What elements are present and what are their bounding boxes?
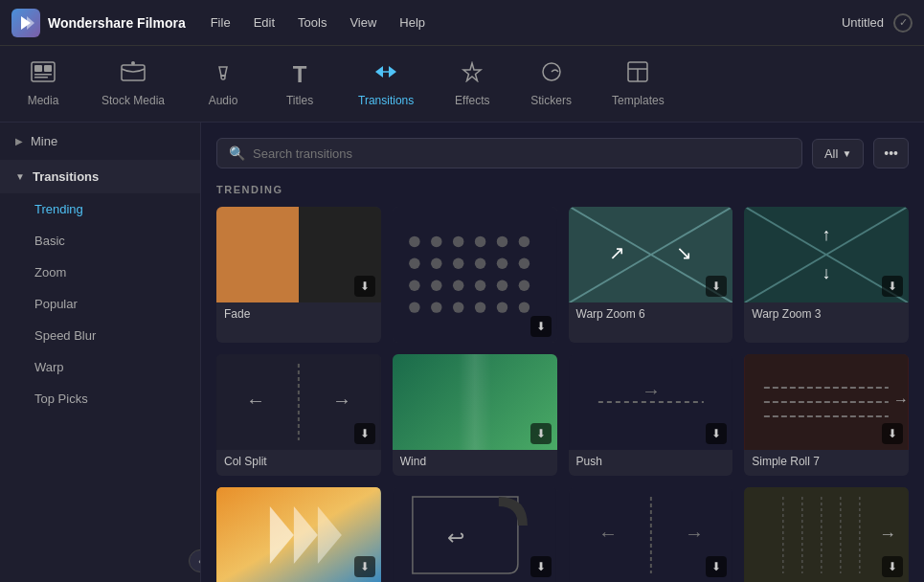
sidebar-item-top-picks[interactable]: Top Picks xyxy=(0,383,200,414)
svg-point-30 xyxy=(431,280,441,290)
transition-card-linear-14[interactable]: ⬇ Linear 14 xyxy=(216,487,381,583)
more-dots-icon: ••• xyxy=(884,146,898,161)
sidebar-item-trending[interactable]: Trending xyxy=(0,193,200,225)
top-right: Untitled ✓ xyxy=(842,13,913,33)
transition-label-wind: Wind xyxy=(393,450,557,476)
download-dissolve-button[interactable]: ⬇ xyxy=(530,316,552,337)
sidebar: ▶ Mine ▼ Transitions Trending Basic Zoom… xyxy=(0,123,201,582)
sidebar-item-top-picks-label: Top Picks xyxy=(34,392,88,406)
menu-help[interactable]: Help xyxy=(397,11,427,34)
search-input[interactable] xyxy=(253,146,790,161)
transition-thumb-simple-roll-7: → ⬇ xyxy=(744,354,909,450)
effects-icon xyxy=(460,61,485,88)
svg-text:→: → xyxy=(332,390,351,411)
sidebar-item-popular-label: Popular xyxy=(34,297,78,311)
transition-card-simple-roll-7[interactable]: → ⬇ Simple Roll 7 xyxy=(744,354,909,476)
svg-marker-1 xyxy=(27,16,34,30)
menu-tools[interactable]: Tools xyxy=(296,11,328,34)
download-fade-button[interactable]: ⬇ xyxy=(354,276,375,297)
transition-thumb-wind: ⬇ xyxy=(393,354,557,450)
tab-audio[interactable]: Audio xyxy=(190,52,257,117)
svg-point-31 xyxy=(453,280,463,290)
download-simpleroll7-button[interactable]: ⬇ xyxy=(882,423,903,444)
svg-point-25 xyxy=(453,258,463,269)
transition-card-wind[interactable]: ⬇ Wind xyxy=(393,354,557,476)
sidebar-transitions-group[interactable]: ▼ Transitions xyxy=(0,160,200,193)
sidebar-item-zoom[interactable]: Zoom xyxy=(0,257,200,288)
transition-thumb-warp-zoom-6: ↗ ↘ ⬇ xyxy=(569,207,733,302)
download-pagecurl-button[interactable]: ⬇ xyxy=(530,556,552,577)
transition-thumb-warp-zoom-3: ↑ ↓ ⬇ xyxy=(744,207,909,302)
svg-point-38 xyxy=(475,302,485,312)
top-bar: Wondershare Filmora File Edit Tools View… xyxy=(0,0,924,46)
download-warpzoom3-button[interactable]: ⬇ xyxy=(882,276,903,297)
transition-card-warp-zoom-3[interactable]: ↑ ↓ ⬇ Warp Zoom 3 xyxy=(744,207,909,343)
transition-label-push: Push xyxy=(569,450,733,476)
svg-text:→: → xyxy=(684,523,703,544)
menu-file[interactable]: File xyxy=(209,11,233,34)
svg-text:→: → xyxy=(641,380,660,401)
transition-card-erase[interactable]: → ⬇ Erase xyxy=(744,487,909,583)
sidebar-collapse-button[interactable]: ‹ xyxy=(189,549,201,572)
svg-text:↘: ↘ xyxy=(676,242,692,263)
transition-label-simple-roll-7: Simple Roll 7 xyxy=(744,450,909,476)
transition-card-col-split[interactable]: ← → ⬇ Col Split xyxy=(216,354,381,476)
sidebar-item-popular[interactable]: Popular xyxy=(0,288,200,320)
transition-card-dissolve[interactable]: ⬇ Dissolve xyxy=(393,207,557,343)
svg-text:→: → xyxy=(893,392,909,408)
download-warpzoom6-button[interactable]: ⬇ xyxy=(706,276,727,297)
search-bar: 🔍 All ▼ ••• xyxy=(216,138,909,168)
search-input-wrapper[interactable]: 🔍 xyxy=(216,138,802,168)
more-options-button[interactable]: ••• xyxy=(873,138,909,168)
app-logo-icon xyxy=(11,9,40,37)
transition-thumb-erase: → ⬇ xyxy=(744,487,909,583)
svg-rect-6 xyxy=(34,77,48,78)
menu-edit[interactable]: Edit xyxy=(252,11,277,34)
svg-point-36 xyxy=(431,302,441,312)
tab-stock-media[interactable]: Stock Media xyxy=(86,52,180,117)
transition-thumb-page-curl: ↩ ⬇ xyxy=(393,487,557,583)
transition-card-erase-slide[interactable]: ← → ⬇ Erase Slide xyxy=(569,487,733,583)
download-colsplit-button[interactable]: ⬇ xyxy=(354,423,375,444)
tab-titles[interactable]: T Titles xyxy=(266,52,333,117)
download-erase-button[interactable]: ⬇ xyxy=(882,556,903,577)
filter-label: All xyxy=(824,146,838,161)
svg-point-37 xyxy=(453,302,463,312)
svg-point-17 xyxy=(409,236,419,247)
svg-rect-7 xyxy=(122,65,145,80)
sidebar-mine-section[interactable]: ▶ Mine xyxy=(0,123,200,160)
tab-media-label: Media xyxy=(28,94,59,107)
download-wind-button[interactable]: ⬇ xyxy=(530,423,552,444)
svg-point-20 xyxy=(475,236,485,247)
svg-point-18 xyxy=(431,236,441,247)
tab-media[interactable]: Media xyxy=(10,52,77,117)
app-name: Wondershare Filmora xyxy=(48,15,186,31)
sidebar-item-basic[interactable]: Basic xyxy=(0,225,200,257)
filter-dropdown[interactable]: All ▼ xyxy=(812,139,864,168)
download-linear14-button[interactable]: ⬇ xyxy=(354,556,375,577)
transition-card-warp-zoom-6[interactable]: ↗ ↘ ⬇ Warp Zoom 6 xyxy=(569,207,733,343)
sidebar-item-warp[interactable]: Warp xyxy=(0,351,200,383)
download-eraseslide-button[interactable]: ⬇ xyxy=(706,556,727,577)
templates-icon xyxy=(627,61,648,88)
svg-point-26 xyxy=(475,258,485,269)
transition-card-fade[interactable]: ⬇ Fade xyxy=(216,207,381,343)
transition-label-fade: Fade xyxy=(216,302,381,328)
tab-stickers[interactable]: Stickers xyxy=(515,52,587,117)
transition-card-push[interactable]: → ⬇ Push xyxy=(569,354,733,476)
download-push-button[interactable]: ⬇ xyxy=(706,423,727,444)
nav-tabs: Media Stock Media Audio T Titles xyxy=(0,46,924,123)
main-layout: ▶ Mine ▼ Transitions Trending Basic Zoom… xyxy=(0,123,924,582)
transition-card-page-curl[interactable]: ↩ ⬇ Page Curl xyxy=(393,487,557,583)
sidebar-item-speed-blur[interactable]: Speed Blur xyxy=(0,320,200,351)
sidebar-mine-label: Mine xyxy=(31,134,57,148)
tab-stickers-label: Stickers xyxy=(530,94,572,107)
menu-view[interactable]: View xyxy=(348,11,378,34)
tab-effects[interactable]: Effects xyxy=(439,52,506,117)
svg-point-32 xyxy=(475,280,485,290)
transition-grid: ⬇ Fade xyxy=(216,207,909,582)
tab-templates[interactable]: Templates xyxy=(597,52,680,117)
content-area: 🔍 All ▼ ••• TRENDING ⬇ Fade xyxy=(201,123,924,582)
tab-transitions[interactable]: Transitions xyxy=(343,52,429,117)
svg-text:↓: ↓ xyxy=(823,263,831,282)
